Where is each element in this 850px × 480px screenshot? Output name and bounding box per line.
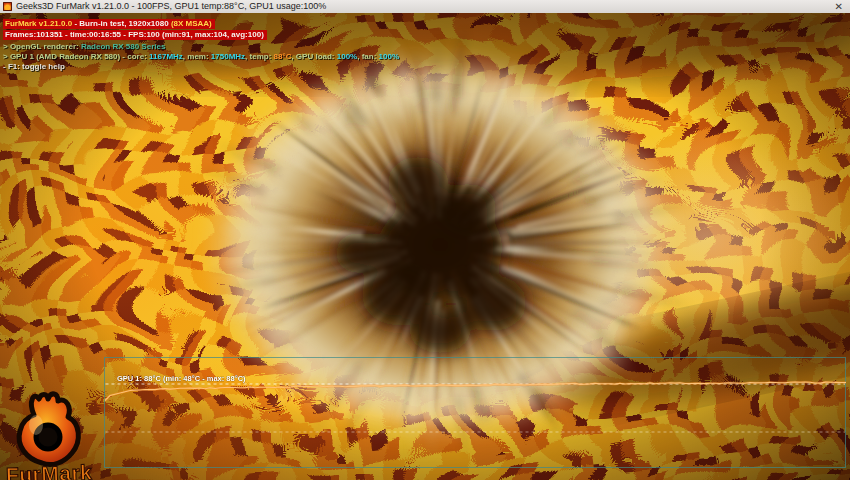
osd-overlay: FurMark v1.21.0.0 - Burn-in test, 1920x1… <box>3 19 399 72</box>
osd-resolution: 1920x1080 <box>129 19 171 28</box>
furmark-window: Geeks3D FurMark v1.21.0.0 - 100FPS, GPU1… <box>0 0 850 480</box>
graph-label: GPU 1: 88°C (min: 48°C - max: 88°C) <box>117 374 246 383</box>
gpu-load-value: 100% <box>337 52 357 61</box>
renderer-label: > OpenGL renderer: <box>3 42 81 51</box>
burn-in-scene: GPU 1: 88°C (min: 48°C - max: 88°C) FurM… <box>0 13 850 480</box>
osd-mode: - Burn-in test, <box>72 19 128 28</box>
gpu-mem-label: , mem: <box>183 52 211 61</box>
osd-app-version: FurMark v1.21.0.0 <box>5 19 72 28</box>
osd-msaa: (8X MSAA) <box>171 19 212 28</box>
vignette <box>0 13 850 480</box>
gpu-core-value: 1167MHz <box>149 52 183 61</box>
osd-line-benchmark: FurMark v1.21.0.0 - Burn-in test, 1920x1… <box>3 19 215 29</box>
close-icon[interactable]: ✕ <box>835 1 843 12</box>
gpu-temp-label: , temp: <box>245 52 273 61</box>
gl-render-viewport: GPU 1: 88°C (min: 48°C - max: 88°C) FurM… <box>0 13 850 480</box>
title-bar[interactable]: Geeks3D FurMark v1.21.0.0 - 100FPS, GPU1… <box>0 0 850 13</box>
furmark-flame-icon <box>3 2 12 11</box>
gpu-fan-value: 100% <box>379 52 399 61</box>
osd-line-help: - F1: toggle help <box>3 62 65 72</box>
logo-text: FurMark <box>6 460 93 480</box>
osd-line-gpu-status: > GPU 1 (AMD Radeon RX 580) - core: 1167… <box>3 52 399 62</box>
gpu-core-label: > GPU 1 (AMD Radeon RX 580) - core: <box>3 52 149 61</box>
osd-line-frames: Frames:101351 - time:00:16:55 - FPS:100 … <box>3 30 267 40</box>
gpu-load-label: , GPU load: <box>291 52 336 61</box>
osd-line-renderer: > OpenGL renderer: Radeon RX 580 Series <box>3 42 165 52</box>
gpu-mem-value: 1750MHz <box>211 52 245 61</box>
gpu-temp-value: 88°C <box>274 52 292 61</box>
window-title: Geeks3D FurMark v1.21.0.0 - 100FPS, GPU1… <box>16 0 326 13</box>
gpu-fan-label: , fan: <box>357 52 378 61</box>
renderer-value: Radeon RX 580 Series <box>81 42 165 51</box>
